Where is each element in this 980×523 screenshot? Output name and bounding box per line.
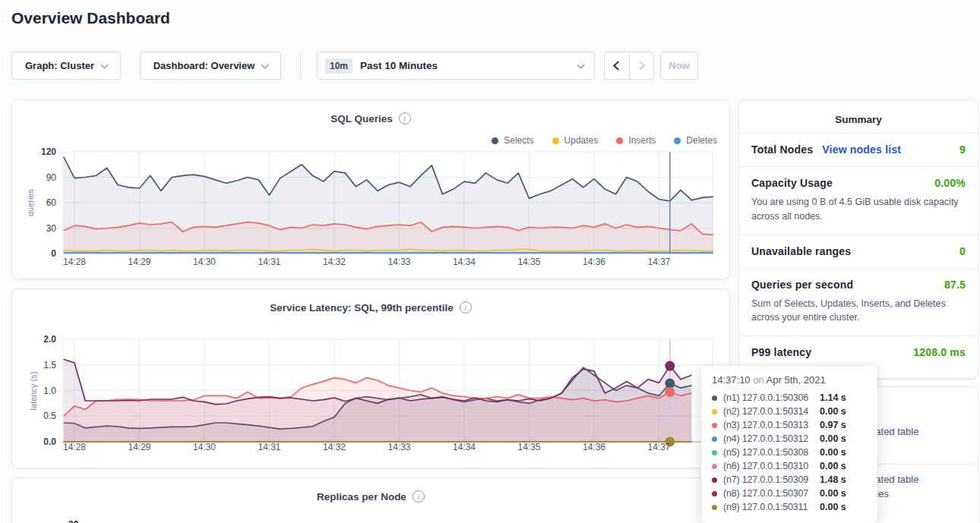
svg-text:0.5: 0.5 — [43, 411, 56, 421]
chevron-down-icon — [261, 61, 269, 68]
overview-dashboard-page: Overview Dashboard Graph: Cluster Dashbo… — [0, 0, 980, 523]
tooltip-node-value: 1.48 s — [820, 474, 846, 485]
dashboard-dropdown-label: Dashboard: Overview — [153, 60, 255, 71]
sql-queries-chart[interactable]: 030609012014:2814:2914:3014:3114:3214:33… — [12, 141, 729, 272]
tooltip-row: (n5) 127.0.0.1:503080.00 s — [712, 446, 867, 459]
tooltip-row: (n7) 127.0.0.1:503091.48 s — [712, 473, 867, 487]
qps-subtext: Sum of Selects, Updates, Inserts, and De… — [751, 297, 966, 326]
view-nodes-list-link[interactable]: View nodes list — [822, 143, 901, 156]
graph-dropdown[interactable]: Graph: Cluster — [11, 52, 121, 80]
dashboard-dropdown[interactable]: Dashboard: Overview — [140, 52, 281, 80]
tooltip-node-value: 0.00 s — [820, 433, 846, 444]
capacity-subtext: You are using 0 B of 4.5 GiB usable disk… — [751, 195, 966, 224]
page-title: Overview Dashboard — [11, 9, 170, 27]
svg-text:14:37: 14:37 — [647, 257, 670, 267]
summary-row-unavailable: Unavailable ranges 0 — [739, 235, 978, 268]
svg-text:14:37: 14:37 — [647, 442, 670, 452]
svg-text:120: 120 — [41, 147, 56, 157]
svg-text:14:32: 14:32 — [323, 442, 346, 452]
tooltip-node-address: (n6) 127.0.0.1:50310 — [723, 461, 820, 471]
capacity-value: 0.00% — [934, 177, 966, 189]
tooltip-row: (n1) 127.0.0.1:503061.14 s — [712, 391, 867, 405]
tooltip-node-value: 0.00 s — [820, 488, 846, 499]
qps-label: Queries per second — [751, 279, 853, 291]
svg-text:2.0: 2.0 — [43, 334, 56, 345]
unavailable-label: Unavailable ranges — [751, 245, 851, 257]
chart-hover-tooltip: 14:37:10 on Apr 5th, 2021 (n1) 127.0.0.1… — [701, 366, 877, 523]
svg-text:30: 30 — [46, 223, 57, 234]
summary-row-p99: P99 latency 1208.0 ms — [739, 336, 978, 369]
svg-text:90: 90 — [46, 172, 57, 183]
chevron-left-icon — [613, 61, 623, 71]
svg-text:14:36: 14:36 — [583, 442, 605, 452]
svg-text:14:36: 14:36 — [583, 257, 605, 267]
tooltip-node-value: 0.00 s — [820, 447, 846, 458]
tooltip-timestamp: 14:37:10 on Apr 5th, 2021 — [712, 374, 867, 386]
svg-text:14:28: 14:28 — [63, 257, 86, 267]
tooltip-node-address: (n5) 127.0.0.1:50308 — [723, 447, 820, 458]
tooltip-node-address: (n1) 127.0.0.1:50306 — [723, 392, 820, 403]
tooltip-node-value: 0.00 s — [820, 502, 846, 512]
tooltip-row: (n2) 127.0.0.1:503140.00 s — [712, 405, 867, 418]
svg-text:14:31: 14:31 — [258, 257, 280, 267]
svg-text:0.0: 0.0 — [43, 436, 56, 447]
capacity-label: Capacity Usage — [751, 177, 833, 189]
node-dot-icon — [712, 491, 717, 496]
svg-text:0: 0 — [51, 248, 56, 259]
svg-text:14:35: 14:35 — [517, 442, 540, 452]
replicas-title: Replicas per Node — [317, 491, 406, 503]
svg-text:14:29: 14:29 — [128, 257, 150, 267]
sql-queries-title: SQL Queries — [330, 113, 393, 124]
node-dot-icon — [712, 395, 717, 401]
summary-row-qps: Queries per second 87.5 Sum of Selects, … — [739, 268, 978, 336]
tooltip-row: (n3) 127.0.0.1:503130.97 s — [712, 418, 867, 432]
latency-chart[interactable]: 0.00.51.01.52.014:2814:2914:3014:3114:32… — [12, 330, 729, 461]
info-icon[interactable]: i — [413, 490, 425, 503]
tooltip-row: (n4) 127.0.0.1:503120.00 s — [712, 432, 867, 446]
tooltip-node-address: (n3) 127.0.0.1:50313 — [723, 420, 820, 430]
svg-text:14:30: 14:30 — [193, 442, 216, 452]
tooltip-node-value: 1.14 s — [820, 392, 846, 403]
chevron-down-icon — [101, 61, 109, 68]
node-dot-icon — [712, 436, 717, 442]
time-next-button[interactable] — [629, 52, 654, 79]
node-dot-icon — [712, 423, 717, 428]
p99-label: P99 latency — [751, 346, 811, 358]
svg-text:14:34: 14:34 — [453, 442, 476, 452]
info-icon[interactable]: i — [460, 301, 472, 313]
tooltip-node-value: 0.00 s — [820, 406, 846, 417]
summary-heading: Summary — [739, 100, 978, 133]
svg-text:1.5: 1.5 — [43, 360, 56, 370]
info-icon[interactable]: i — [399, 112, 411, 124]
time-range-label: Past 10 Minutes — [360, 60, 438, 71]
svg-text:14:29: 14:29 — [128, 442, 150, 452]
node-dot-icon — [712, 450, 717, 455]
time-range-dropdown[interactable]: 10m Past 10 Minutes — [317, 52, 595, 80]
svg-text:14:30: 14:30 — [193, 257, 216, 267]
node-dot-icon — [712, 409, 717, 414]
svg-text:14:28: 14:28 — [63, 442, 86, 452]
qps-value: 87.5 — [944, 279, 966, 291]
latency-title: Service Latency: SQL, 99th percentile — [270, 302, 454, 313]
svg-text:14:33: 14:33 — [387, 442, 410, 452]
tooltip-node-value: 0.00 s — [820, 461, 846, 471]
tooltip-node-address: (n8) 127.0.0.1:50307 — [723, 488, 820, 499]
total-nodes-label: Total Nodes — [751, 143, 813, 156]
now-button[interactable]: Now — [660, 52, 698, 80]
tooltip-node-address: (n4) 127.0.0.1:50312 — [723, 433, 820, 444]
node-dot-icon — [712, 477, 717, 483]
node-dot-icon — [712, 464, 717, 469]
svg-text:14:32: 14:32 — [323, 257, 346, 267]
tooltip-row: (n6) 127.0.0.1:503100.00 s — [712, 459, 867, 473]
time-range-badge: 10m — [325, 58, 352, 74]
svg-text:14:31: 14:31 — [258, 442, 280, 452]
time-prev-button[interactable] — [605, 52, 629, 79]
total-nodes-value: 9 — [959, 143, 966, 156]
svg-text:14:35: 14:35 — [517, 257, 540, 267]
graph-dropdown-label: Graph: Cluster — [25, 60, 94, 71]
node-dot-icon — [712, 505, 717, 510]
svg-text:14:34: 14:34 — [453, 257, 476, 267]
summary-row-total-nodes: Total Nodes View nodes list 9 — [739, 133, 978, 166]
tooltip-row: (n9) 127.0.0.1:503110.00 s — [712, 500, 867, 514]
tooltip-node-value: 0.97 s — [820, 420, 846, 430]
